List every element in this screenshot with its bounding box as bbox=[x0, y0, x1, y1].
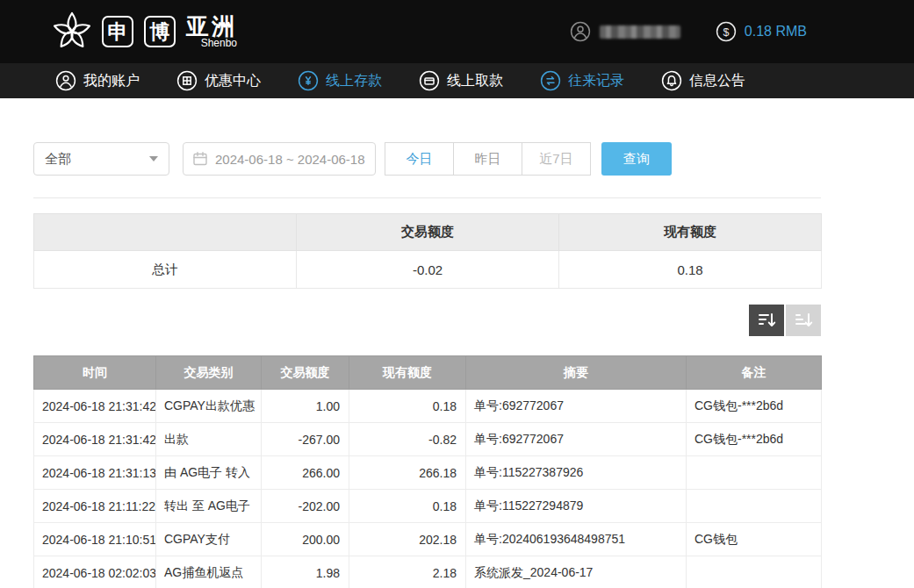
table-cell: -267.00 bbox=[262, 423, 349, 456]
dollar-icon: $ bbox=[716, 21, 737, 42]
date-range-value: 2024-06-18 ~ 2024-06-18 bbox=[215, 152, 365, 167]
summary-total-balance: 0.18 bbox=[559, 251, 822, 289]
nav-item-online-deposit[interactable]: 线上存款 bbox=[279, 63, 400, 98]
deposit-icon bbox=[298, 70, 319, 91]
table-cell: 2024-06-18 02:02:03 bbox=[34, 556, 156, 588]
col-header-time: 时间 bbox=[34, 356, 156, 390]
table-row: 2024-06-18 21:31:42出款-267.00-0.82单号:6927… bbox=[34, 423, 822, 456]
user-icon bbox=[55, 70, 76, 91]
summary-header-empty bbox=[34, 214, 297, 251]
chevron-down-icon bbox=[149, 156, 158, 161]
table-cell bbox=[687, 456, 822, 490]
table-cell: CG钱包-***2b6d bbox=[687, 423, 822, 456]
table-cell: AG捕鱼机返点 bbox=[156, 556, 262, 588]
nav-item-announcements[interactable]: 信息公告 bbox=[643, 63, 764, 98]
flower-logo-icon bbox=[49, 9, 95, 54]
sort-descending-button[interactable] bbox=[749, 305, 784, 336]
records-table: 时间 交易类别 交易额度 现有额度 摘要 备注 2024-06-18 21:31… bbox=[33, 355, 822, 588]
logo-region-text: 亚洲 bbox=[186, 15, 237, 38]
last7days-button[interactable]: 近7日 bbox=[522, 142, 591, 176]
summary-header-trade: 交易额度 bbox=[297, 214, 559, 251]
table-cell: 266.00 bbox=[262, 456, 349, 490]
table-cell: 2024-06-18 21:11:22 bbox=[34, 490, 156, 523]
table-cell: 2.18 bbox=[349, 556, 466, 588]
type-select[interactable]: 全部 bbox=[33, 142, 169, 176]
table-cell: 266.18 bbox=[349, 456, 466, 490]
header-balance[interactable]: $ 0.18 RMB bbox=[716, 21, 807, 42]
announcement-icon bbox=[661, 70, 682, 91]
today-button[interactable]: 今日 bbox=[385, 142, 454, 176]
table-cell: CGPAY支付 bbox=[156, 523, 262, 556]
table-row: 2024-06-18 21:31:13由 AG电子 转入266.00266.18… bbox=[34, 456, 822, 490]
table-cell: 0.18 bbox=[349, 390, 466, 423]
site-logo[interactable]: 申 博 亚洲 Shenbo bbox=[49, 9, 237, 54]
summary-total-label: 总计 bbox=[34, 251, 297, 289]
sort-ascending-button[interactable] bbox=[786, 305, 821, 336]
calendar-icon bbox=[192, 151, 208, 167]
table-cell: 单号:202406193648498751 bbox=[466, 523, 687, 556]
col-header-trade-amount: 交易额度 bbox=[262, 356, 349, 390]
summary-total-trade: -0.02 bbox=[297, 251, 559, 289]
table-cell: CG钱包-***2b6d bbox=[687, 390, 822, 423]
summary-header-balance: 现有额度 bbox=[559, 214, 822, 251]
table-cell: 202.18 bbox=[349, 523, 466, 556]
date-range-input[interactable]: 2024-06-18 ~ 2024-06-18 bbox=[183, 142, 376, 176]
table-cell: CGPAY出款优惠 bbox=[156, 390, 262, 423]
table-cell bbox=[687, 490, 822, 523]
nav-item-my-account[interactable]: 我的账户 bbox=[37, 63, 158, 98]
main-nav: 我的账户 优惠中心 线上存款 线上取款 bbox=[0, 63, 914, 98]
table-cell: 2024-06-18 21:31:42 bbox=[34, 423, 156, 456]
col-header-type: 交易类别 bbox=[156, 356, 262, 390]
table-cell: CG钱包 bbox=[687, 523, 822, 556]
balance-amount: 0.18 RMB bbox=[745, 24, 807, 39]
svg-text:$: $ bbox=[723, 26, 729, 39]
table-cell: 单号:692772067 bbox=[466, 423, 687, 456]
content-area: 全部 2024-06-18 ~ 2024-06-18 今日 昨日 近7日 查询 … bbox=[33, 142, 821, 588]
table-row: 2024-06-18 21:31:42CGPAY出款优惠1.000.18单号:6… bbox=[34, 390, 822, 423]
nav-item-label: 我的账户 bbox=[83, 72, 140, 90]
promo-icon bbox=[176, 70, 198, 91]
table-cell: 系统派发_2024-06-17 bbox=[466, 556, 687, 588]
table-cell: 单号:115227387926 bbox=[466, 456, 687, 490]
nav-item-label: 线上存款 bbox=[326, 72, 382, 90]
nav-item-promotions[interactable]: 优惠中心 bbox=[158, 63, 279, 98]
records-icon bbox=[540, 70, 561, 91]
summary-total-row: 总计 -0.02 0.18 bbox=[34, 251, 822, 289]
nav-item-transaction-records[interactable]: 往来记录 bbox=[522, 63, 643, 98]
table-cell bbox=[687, 556, 822, 588]
table-cell: -0.82 bbox=[349, 423, 466, 456]
top-header: 申 博 亚洲 Shenbo $ 0.18 RMB bbox=[0, 0, 914, 63]
table-cell: 单号:692772067 bbox=[466, 390, 687, 423]
table-cell: 转出 至 AG电子 bbox=[156, 490, 262, 523]
table-cell: 0.18 bbox=[349, 490, 466, 523]
col-header-summary: 摘要 bbox=[466, 356, 687, 390]
quick-date-buttons: 今日 昨日 近7日 bbox=[385, 142, 591, 176]
table-cell: 200.00 bbox=[262, 523, 349, 556]
nav-item-label: 信息公告 bbox=[689, 72, 745, 90]
table-cell: -202.00 bbox=[262, 490, 349, 523]
nav-item-label: 往来记录 bbox=[568, 72, 624, 90]
sort-descending-icon bbox=[757, 311, 776, 330]
table-cell: 1.98 bbox=[262, 556, 349, 588]
col-header-balance: 现有额度 bbox=[349, 356, 466, 390]
table-row: 2024-06-18 21:10:51CGPAY支付200.00202.18单号… bbox=[34, 523, 822, 556]
section-divider bbox=[33, 197, 821, 198]
nav-item-label: 线上取款 bbox=[447, 72, 503, 90]
filter-row: 全部 2024-06-18 ~ 2024-06-18 今日 昨日 近7日 查询 bbox=[33, 142, 821, 176]
summary-table: 交易额度 现有额度 总计 -0.02 0.18 bbox=[33, 213, 822, 289]
table-cell: 2024-06-18 21:31:42 bbox=[34, 390, 156, 423]
logo-char-bo: 博 bbox=[144, 16, 176, 47]
header-user-area[interactable] bbox=[570, 21, 680, 42]
sort-ascending-icon bbox=[794, 311, 813, 330]
table-row: 2024-06-18 02:02:03AG捕鱼机返点1.982.18系统派发_2… bbox=[34, 556, 822, 588]
query-button[interactable]: 查询 bbox=[601, 142, 672, 176]
yesterday-button[interactable]: 昨日 bbox=[453, 142, 522, 176]
table-cell: 出款 bbox=[156, 423, 262, 456]
type-select-value: 全部 bbox=[45, 151, 71, 168]
nav-item-online-withdrawal[interactable]: 线上取款 bbox=[400, 63, 522, 98]
sort-controls bbox=[33, 305, 821, 336]
username-blurred bbox=[600, 25, 680, 39]
records-table-body: 2024-06-18 21:31:42CGPAY出款优惠1.000.18单号:6… bbox=[34, 390, 822, 588]
user-icon bbox=[570, 21, 591, 42]
records-header-row: 时间 交易类别 交易额度 现有额度 摘要 备注 bbox=[34, 356, 822, 390]
